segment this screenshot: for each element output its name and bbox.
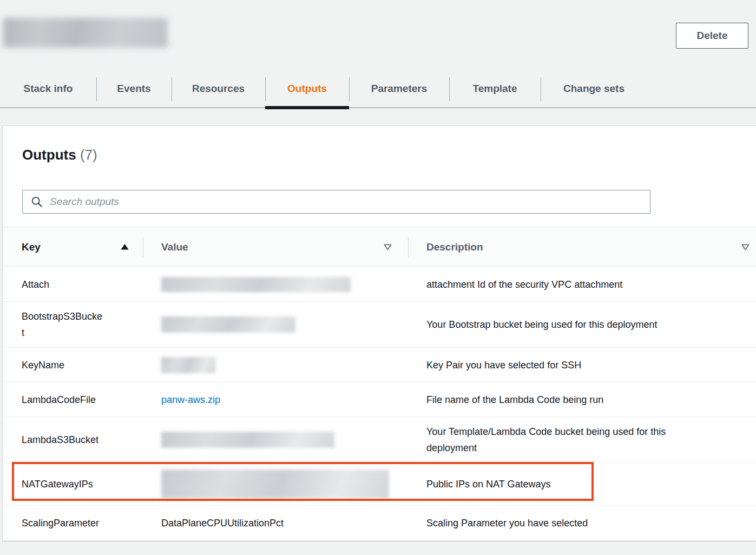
output-value: DataPlaneCPUUtilizationPct	[161, 518, 284, 528]
column-header-description[interactable]: Description	[408, 227, 756, 267]
tab-change-sets[interactable]: Change sets	[541, 70, 647, 107]
value-cell	[143, 470, 408, 499]
description-cell: Key Pair you have selected for SSH	[408, 357, 756, 373]
column-header-key[interactable]: Key	[3, 227, 143, 267]
key-cell: ScalingParameter	[3, 515, 143, 531]
outputs-panel: Outputs (7) Key	[2, 125, 756, 541]
redacted-value	[161, 316, 295, 333]
column-header-value[interactable]: Value	[143, 227, 408, 267]
tab-parameters[interactable]: Parameters	[349, 70, 449, 107]
output-key: NATGatewayIPs	[22, 476, 93, 492]
filter-icon[interactable]	[741, 244, 750, 250]
table-row: LambdaS3BucketYour Template/Lambda Code …	[3, 417, 756, 463]
table-row: Attachattachment Id of the security VPC …	[3, 267, 756, 302]
table-body: Attachattachment Id of the security VPC …	[3, 267, 756, 540]
tab-stack-info[interactable]: Stack info	[0, 70, 96, 107]
outputs-table: Key Value Description	[3, 227, 756, 540]
search-icon	[31, 196, 43, 208]
description-cell: attachment Id of the security VPC attach…	[408, 276, 756, 293]
table-row: LambdaCodeFilepanw-aws.zipFile name of t…	[3, 382, 756, 417]
redacted-value	[161, 357, 215, 373]
table-row: ScalingParameterDataPlaneCPUUtilizationP…	[3, 506, 756, 540]
output-key: BootstrapS3Bucket	[22, 308, 103, 341]
output-description: Scaling Parameter you have selected	[426, 515, 588, 531]
sort-ascending-icon[interactable]	[121, 244, 129, 250]
key-cell: LambdaS3Bucket	[3, 432, 143, 448]
panel-title-text: Outputs	[22, 147, 76, 163]
stack-name-redacted	[3, 18, 168, 48]
output-key: ScalingParameter	[22, 515, 99, 531]
table-row: KeyNameKey Pair you have selected for SS…	[3, 348, 756, 382]
description-cell: Your Template/Lambda Code bucket being u…	[408, 424, 756, 456]
key-cell: KeyName	[3, 357, 143, 373]
tab-template[interactable]: Template	[449, 70, 541, 107]
description-cell: Public IPs on NAT Gateways	[408, 476, 756, 492]
description-cell: Scaling Parameter you have selected	[408, 515, 756, 531]
table-row: NATGatewayIPsPublic IPs on NAT Gateways	[3, 463, 756, 506]
tab-bar: Stack info Events Resources Outputs Para…	[0, 70, 756, 108]
outputs-panel-header: Outputs (7)	[3, 126, 756, 227]
tab-outputs[interactable]: Outputs	[265, 70, 349, 107]
filter-icon[interactable]	[384, 244, 392, 250]
redacted-value	[161, 470, 389, 499]
redacted-value	[161, 432, 334, 448]
output-description: Public IPs on NAT Gateways	[426, 476, 550, 492]
outputs-count: (7)	[80, 147, 97, 163]
output-description: File name of the Lambda Code being run	[426, 392, 603, 408]
table-row: BootstrapS3BucketYour Bootstrap bucket b…	[3, 302, 756, 348]
output-key: Attach	[22, 276, 49, 293]
value-cell	[143, 277, 408, 292]
delete-button[interactable]: Delete	[676, 23, 748, 49]
search-input[interactable]	[22, 190, 650, 214]
search-box	[22, 190, 650, 214]
key-cell: NATGatewayIPs	[3, 476, 143, 492]
output-key: LambdaCodeFile	[22, 392, 96, 408]
key-cell: LambdaCodeFile	[3, 392, 143, 408]
output-value-link[interactable]: panw-aws.zip	[161, 394, 220, 405]
value-cell: DataPlaneCPUUtilizationPct	[143, 515, 408, 531]
tab-events[interactable]: Events	[96, 70, 172, 107]
redacted-value	[161, 277, 351, 292]
value-cell	[143, 432, 408, 448]
page-title: Outputs (7)	[22, 146, 737, 164]
value-cell	[143, 357, 408, 373]
stack-header: Delete	[0, 0, 756, 70]
output-key: LambdaS3Bucket	[22, 432, 98, 448]
table-header-row: Key Value Description	[3, 227, 756, 267]
description-cell: Your Bootstrap bucket being used for thi…	[408, 316, 756, 333]
output-description: attachment Id of the security VPC attach…	[426, 276, 622, 293]
output-key: KeyName	[22, 357, 64, 373]
output-description: Key Pair you have selected for SSH	[426, 357, 581, 373]
output-description: Your Bootstrap bucket being used for thi…	[426, 316, 658, 333]
key-cell: BootstrapS3Bucket	[3, 308, 143, 341]
value-cell	[143, 316, 408, 333]
cloudformation-stack-page: Delete Stack info Events Resources Outpu…	[0, 0, 756, 555]
column-label-key: Key	[22, 241, 41, 253]
column-label-description: Description	[426, 241, 483, 253]
key-cell: Attach	[3, 276, 143, 293]
value-cell: panw-aws.zip	[143, 392, 408, 408]
description-cell: File name of the Lambda Code being run	[408, 392, 756, 408]
tab-resources[interactable]: Resources	[172, 70, 265, 107]
column-label-value: Value	[161, 241, 188, 253]
output-description: Your Template/Lambda Code bucket being u…	[426, 424, 713, 456]
